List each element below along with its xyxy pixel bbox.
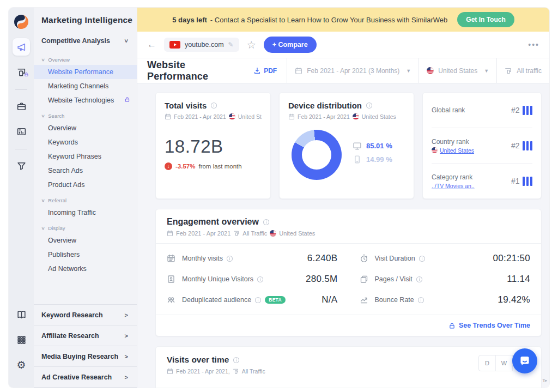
country-filter[interactable]: United States ▼ [418, 58, 496, 83]
all-devices-icon [233, 368, 239, 375]
lock-icon [448, 322, 456, 329]
info-icon[interactable] [263, 219, 270, 226]
granularity-week-button[interactable]: W [496, 355, 513, 371]
calendar-icon [288, 113, 295, 120]
mobile-share: 14.99 % [366, 155, 392, 164]
sidebar-root-competitive-analysis[interactable]: Competitive Analysis > [34, 31, 137, 50]
sidebar-section-overview[interactable]: > Overview [34, 51, 137, 65]
monthly-unique-visitors-row: Monthly Unique Visitors 280.5M [156, 269, 349, 290]
briefcase-nav-icon[interactable] [13, 98, 30, 115]
stopwatch-icon [360, 254, 368, 263]
info-icon[interactable] [418, 255, 426, 262]
docs-nav-icon[interactable] [13, 306, 30, 323]
total-visits-change: -3.57% [175, 163, 195, 170]
devices-nav-icon[interactable] [13, 63, 30, 81]
calendar-icon [167, 254, 175, 263]
info-icon[interactable] [226, 255, 233, 262]
caret-down-icon: ▼ [484, 68, 489, 74]
favorite-star-icon[interactable]: ☆ [247, 39, 256, 51]
sidebar-section-search[interactable]: > Search [34, 107, 137, 121]
page-title: Website Performance [147, 59, 246, 82]
sidebar-item-product-ads[interactable]: Product Ads [34, 178, 137, 192]
sidebar-item-incoming-traffic[interactable]: Incoming Traffic [34, 206, 137, 220]
total-visits-card: Total visits Feb 2021 - Apr 2021 United … [155, 92, 271, 199]
visit-duration-value: 00:21:50 [493, 253, 530, 264]
info-icon[interactable] [417, 297, 424, 304]
edit-pencil-icon[interactable]: ✎ [228, 41, 234, 49]
us-flag-icon [270, 230, 276, 237]
sidebar-item-display-overview[interactable]: Overview [34, 233, 137, 248]
back-arrow-icon[interactable]: ← [147, 39, 156, 50]
bounce-rate-row: Bounce Rate 19.42% [349, 290, 542, 310]
sidebar-section-referral[interactable]: > Referral [34, 192, 137, 206]
us-flag-icon [353, 113, 359, 120]
country-rank-link[interactable]: United States [432, 147, 474, 154]
sidebar-group-affiliate-research[interactable]: Affiliate Research> [34, 325, 137, 346]
get-in-touch-button[interactable]: Get In Touch [457, 12, 514, 27]
chat-bubble-button[interactable] [512, 348, 537, 373]
apps-nav-icon[interactable] [13, 331, 30, 348]
domain-pill[interactable]: youtube.com ✎ [164, 38, 239, 52]
more-options-icon[interactable]: ••• [528, 40, 539, 49]
chevron-down-icon: > [40, 58, 46, 61]
see-trends-link[interactable]: See Trends Over Time [448, 322, 530, 329]
chevron-down-icon: > [40, 227, 46, 230]
deduplicated-audience-row: Deduplicated audience BETA N/A [156, 290, 349, 310]
sidebar-item-keywords[interactable]: Keywords [34, 135, 137, 149]
info-icon[interactable] [416, 276, 423, 283]
chevron-right-icon: > [125, 312, 128, 318]
granularity-day-button[interactable]: D [479, 355, 496, 371]
traffic-filter[interactable]: All traffic [496, 58, 549, 83]
recaptcha-footer-partial: Te [543, 378, 547, 383]
settings-nav-icon[interactable]: ⚙ [13, 356, 30, 373]
category-rank-link[interactable]: ../TV Movies an.. [432, 183, 475, 189]
sidebar-item-marketing-channels[interactable]: Marketing Channels [34, 79, 137, 93]
info-icon[interactable] [233, 357, 240, 364]
date-range-filter[interactable]: Feb 2021 - Apr 2021 (3 Months) ▼ [287, 58, 418, 83]
rank-bars-icon [523, 177, 533, 186]
calendar-icon [295, 67, 302, 75]
marketing-intelligence-nav-icon[interactable] [13, 38, 30, 56]
sidebar-group-keyword-research[interactable]: Keyword Research> [34, 305, 137, 325]
people-icon [167, 295, 175, 304]
sidebar-group-media-buying-research[interactable]: Media Buying Research> [34, 346, 137, 367]
download-pdf-button[interactable]: PDF [253, 67, 277, 75]
sidebar-item-publishers[interactable]: Publishers [34, 248, 137, 262]
filter-nav-icon[interactable] [13, 157, 30, 174]
info-icon[interactable] [254, 297, 262, 304]
compare-button[interactable]: + Compare [264, 37, 317, 53]
dashboard-nav-icon[interactable] [13, 123, 30, 140]
sidebar-item-website-technologies[interactable]: Website Technologies [34, 93, 137, 107]
monthly-unique-visitors-value: 280.5M [306, 274, 338, 285]
pages-per-visit-value: 11.14 [507, 274, 530, 285]
visit-duration-row: Visit Duration 00:21:50 [349, 248, 542, 269]
sidebar-item-search-overview[interactable]: Overview [34, 121, 137, 135]
ranks-card: Global rank #2 Country rank United [422, 92, 542, 199]
chevron-right-icon: > [125, 353, 128, 360]
sidebar-section-display[interactable]: > Display [34, 220, 137, 233]
sidebar-item-keyword-phrases[interactable]: Keyword Phrases [34, 149, 137, 164]
funnel-icon [16, 161, 27, 171]
sidebar-item-website-performance[interactable]: Website Performance [34, 65, 137, 79]
sidebar-item-search-ads[interactable]: Search Ads [34, 164, 137, 178]
dashboard-icon [16, 126, 27, 137]
book-icon [16, 310, 27, 320]
sidebar-item-ad-networks[interactable]: Ad Networks [34, 262, 137, 276]
info-icon[interactable] [257, 276, 264, 283]
visits-over-time-title: Visits over time [167, 355, 229, 365]
dashboard-content: Total visits Feb 2021 - Apr 2021 United … [137, 83, 549, 388]
gear-icon: ⚙ [16, 360, 26, 370]
icon-rail: ⚙ [9, 8, 34, 388]
category-rank-value: #1 [511, 177, 520, 185]
info-icon[interactable] [366, 102, 373, 109]
main-panel: 5 days left - Contact a Specialist to Le… [137, 8, 549, 388]
chevron-down-icon: > [123, 39, 130, 43]
banner-message: - Contact a Specialist to Learn How to G… [210, 16, 447, 24]
global-rank-row: Global rank #2 [432, 93, 532, 128]
sidebar-group-ad-creative-research[interactable]: Ad Creative Research> [34, 367, 137, 388]
desktop-icon [353, 141, 362, 150]
trial-banner: 5 days left - Contact a Specialist to Le… [137, 8, 549, 32]
all-devices-icon [505, 67, 512, 75]
info-icon[interactable] [210, 102, 217, 109]
country-rank-value: #2 [511, 141, 520, 150]
